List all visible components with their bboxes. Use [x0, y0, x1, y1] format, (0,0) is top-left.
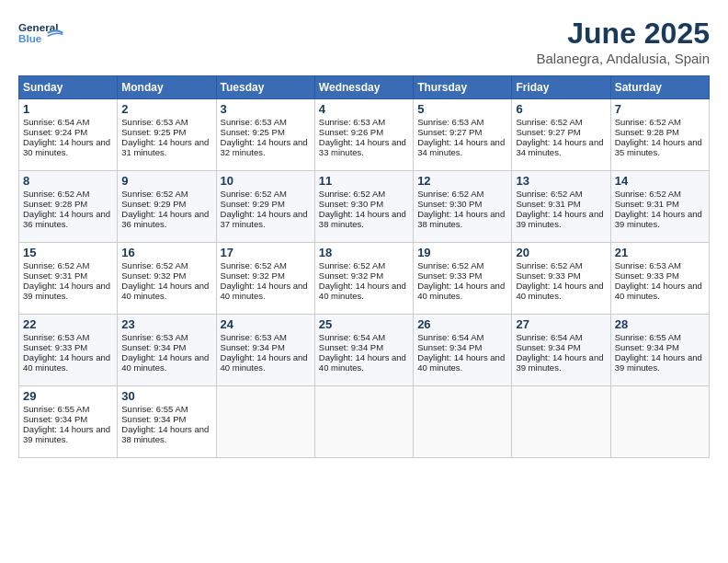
- header: General Blue June 2025 Balanegra, Andalu…: [18, 17, 710, 66]
- sunrise: Sunrise: 6:52 AM: [417, 189, 483, 199]
- calendar-cell: 12Sunrise: 6:52 AMSunset: 9:30 PMDayligh…: [414, 171, 512, 243]
- day-number: 19: [417, 246, 507, 259]
- daylight: Daylight: 14 hours and 40 minutes.: [417, 281, 505, 301]
- day-number: 4: [319, 102, 409, 116]
- day-number: 1: [23, 102, 113, 116]
- calendar-cell: 9Sunrise: 6:52 AMSunset: 9:29 PMDaylight…: [118, 171, 216, 243]
- header-row: Sunday Monday Tuesday Wednesday Thursday…: [19, 76, 710, 99]
- daylight: Daylight: 14 hours and 40 minutes.: [319, 281, 406, 301]
- calendar-cell: 8Sunrise: 6:52 AMSunset: 9:28 PMDaylight…: [19, 171, 118, 243]
- daylight: Daylight: 14 hours and 38 minutes.: [417, 209, 505, 229]
- calendar-cell: [414, 386, 512, 458]
- sunrise: Sunrise: 6:54 AM: [319, 332, 385, 342]
- sunrise: Sunrise: 6:53 AM: [23, 332, 89, 342]
- daylight: Daylight: 14 hours and 33 minutes.: [319, 137, 406, 157]
- daylight: Daylight: 14 hours and 40 minutes.: [23, 352, 110, 373]
- sunset: Sunset: 9:29 PM: [221, 199, 285, 209]
- sunset: Sunset: 9:29 PM: [121, 199, 186, 209]
- sunrise: Sunrise: 6:52 AM: [121, 260, 188, 270]
- day-number: 22: [23, 317, 113, 331]
- sunrise: Sunrise: 6:53 AM: [221, 332, 287, 342]
- sunset: Sunset: 9:34 PM: [23, 414, 87, 424]
- sunrise: Sunrise: 6:52 AM: [615, 189, 681, 199]
- sunset: Sunset: 9:34 PM: [121, 342, 186, 352]
- sunrise: Sunrise: 6:52 AM: [516, 260, 582, 270]
- week-row-4: 22Sunrise: 6:53 AMSunset: 9:33 PMDayligh…: [19, 315, 710, 386]
- day-number: 3: [221, 102, 311, 116]
- sunrise: Sunrise: 6:52 AM: [516, 189, 582, 199]
- day-number: 10: [221, 174, 311, 188]
- subtitle: Balanegra, Andalusia, Spain: [537, 51, 710, 66]
- sunrise: Sunrise: 6:53 AM: [615, 260, 681, 270]
- logo-svg: General Blue: [18, 17, 64, 53]
- day-number: 8: [23, 174, 113, 188]
- sunset: Sunset: 9:24 PM: [23, 127, 87, 137]
- calendar-cell: 3Sunrise: 6:53 AMSunset: 9:25 PMDaylight…: [216, 99, 314, 171]
- calendar-cell: 24Sunrise: 6:53 AMSunset: 9:34 PMDayligh…: [216, 315, 314, 386]
- calendar-cell: 7Sunrise: 6:52 AMSunset: 9:28 PMDaylight…: [610, 99, 709, 171]
- sunrise: Sunrise: 6:53 AM: [121, 332, 188, 342]
- sunrise: Sunrise: 6:53 AM: [417, 117, 483, 127]
- day-number: 5: [417, 102, 507, 116]
- sunrise: Sunrise: 6:52 AM: [516, 117, 582, 127]
- sunset: Sunset: 9:32 PM: [319, 270, 383, 281]
- sunrise: Sunrise: 6:52 AM: [23, 260, 89, 270]
- day-number: 21: [615, 246, 705, 259]
- day-number: 15: [23, 246, 113, 259]
- main-title: June 2025: [537, 17, 710, 51]
- day-number: 12: [417, 174, 507, 188]
- calendar-cell: 4Sunrise: 6:53 AMSunset: 9:26 PMDaylight…: [314, 99, 413, 171]
- calendar-cell: 10Sunrise: 6:52 AMSunset: 9:29 PMDayligh…: [216, 171, 314, 243]
- day-number: 30: [121, 389, 211, 403]
- week-row-2: 8Sunrise: 6:52 AMSunset: 9:28 PMDaylight…: [19, 171, 710, 243]
- calendar-cell: [216, 386, 314, 458]
- calendar-cell: 5Sunrise: 6:53 AMSunset: 9:27 PMDaylight…: [414, 99, 512, 171]
- day-number: 13: [516, 174, 606, 188]
- calendar-cell: 25Sunrise: 6:54 AMSunset: 9:34 PMDayligh…: [314, 315, 413, 386]
- calendar-cell: 16Sunrise: 6:52 AMSunset: 9:32 PMDayligh…: [118, 243, 216, 315]
- sunset: Sunset: 9:34 PM: [417, 342, 482, 352]
- sunset: Sunset: 9:34 PM: [516, 342, 580, 352]
- calendar-cell: 27Sunrise: 6:54 AMSunset: 9:34 PMDayligh…: [512, 315, 610, 386]
- sunset: Sunset: 9:31 PM: [615, 199, 679, 209]
- sunset: Sunset: 9:30 PM: [417, 199, 482, 209]
- daylight: Daylight: 14 hours and 40 minutes.: [221, 281, 308, 301]
- calendar-cell: 29Sunrise: 6:55 AMSunset: 9:34 PMDayligh…: [19, 386, 118, 458]
- calendar-header: Sunday Monday Tuesday Wednesday Thursday…: [19, 76, 710, 99]
- sunrise: Sunrise: 6:52 AM: [23, 189, 89, 199]
- col-tuesday: Tuesday: [216, 76, 314, 99]
- daylight: Daylight: 14 hours and 35 minutes.: [615, 137, 702, 157]
- daylight: Daylight: 14 hours and 40 minutes.: [221, 352, 308, 373]
- day-number: 20: [516, 246, 606, 259]
- sunset: Sunset: 9:26 PM: [319, 127, 383, 137]
- day-number: 29: [23, 389, 113, 403]
- daylight: Daylight: 14 hours and 34 minutes.: [516, 137, 603, 157]
- calendar-cell: 18Sunrise: 6:52 AMSunset: 9:32 PMDayligh…: [314, 243, 413, 315]
- daylight: Daylight: 14 hours and 34 minutes.: [417, 137, 505, 157]
- svg-text:Blue: Blue: [18, 32, 42, 44]
- sunrise: Sunrise: 6:53 AM: [121, 117, 188, 127]
- sunrise: Sunrise: 6:52 AM: [615, 117, 681, 127]
- calendar-cell: 13Sunrise: 6:52 AMSunset: 9:31 PMDayligh…: [512, 171, 610, 243]
- sunrise: Sunrise: 6:54 AM: [516, 332, 582, 342]
- daylight: Daylight: 14 hours and 30 minutes.: [23, 137, 110, 157]
- calendar-cell: 15Sunrise: 6:52 AMSunset: 9:31 PMDayligh…: [19, 243, 118, 315]
- sunrise: Sunrise: 6:54 AM: [417, 332, 483, 342]
- daylight: Daylight: 14 hours and 39 minutes.: [23, 424, 110, 444]
- sunrise: Sunrise: 6:53 AM: [221, 117, 287, 127]
- col-thursday: Thursday: [414, 76, 512, 99]
- day-number: 27: [516, 317, 606, 331]
- daylight: Daylight: 14 hours and 36 minutes.: [23, 209, 110, 229]
- day-number: 9: [121, 174, 211, 188]
- sunset: Sunset: 9:34 PM: [221, 342, 285, 352]
- calendar-cell: 1Sunrise: 6:54 AMSunset: 9:24 PMDaylight…: [19, 99, 118, 171]
- sunset: Sunset: 9:25 PM: [221, 127, 285, 137]
- sunset: Sunset: 9:33 PM: [417, 270, 482, 281]
- day-number: 11: [319, 174, 409, 188]
- daylight: Daylight: 14 hours and 32 minutes.: [221, 137, 308, 157]
- day-number: 17: [221, 246, 311, 259]
- calendar-cell: [610, 386, 709, 458]
- sunrise: Sunrise: 6:55 AM: [615, 332, 681, 342]
- week-row-3: 15Sunrise: 6:52 AMSunset: 9:31 PMDayligh…: [19, 243, 710, 315]
- daylight: Daylight: 14 hours and 39 minutes.: [615, 209, 702, 229]
